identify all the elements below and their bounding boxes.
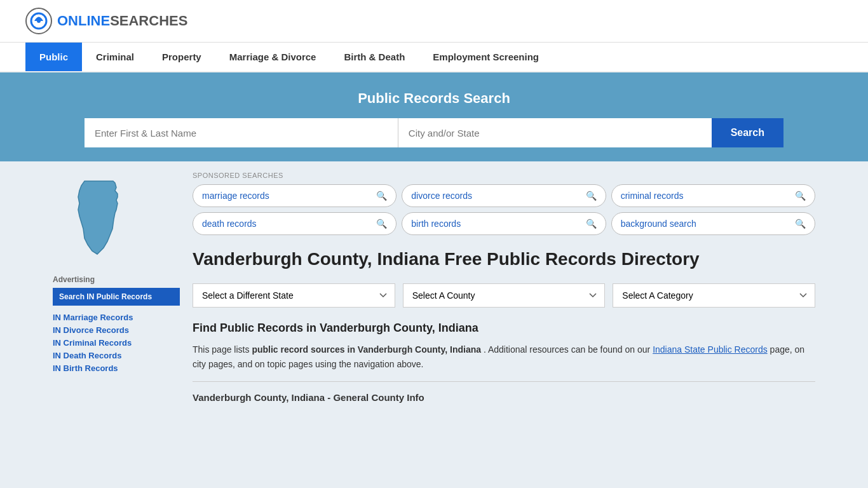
banner-title: Public Records Search bbox=[25, 90, 843, 107]
sponsored-item-0[interactable]: marriage records 🔍 bbox=[193, 184, 397, 207]
nav-item-birth-death[interactable]: Birth & Death bbox=[330, 43, 419, 71]
sponsored-item-3-text: death records bbox=[202, 219, 257, 229]
banner: Public Records Search Search bbox=[0, 72, 868, 161]
sponsored-item-4[interactable]: birth records 🔍 bbox=[402, 212, 606, 235]
nav: Public Criminal Property Marriage & Divo… bbox=[0, 43, 868, 72]
section-heading: Vanderburgh County, Indiana - General Co… bbox=[193, 392, 815, 403]
content: SPONSORED SEARCHES marriage records 🔍 di… bbox=[193, 172, 815, 403]
sidebar-link-criminal[interactable]: IN Criminal Records bbox=[53, 338, 132, 348]
page-title: Vanderburgh County, Indiana Free Public … bbox=[193, 248, 815, 271]
sponsored-grid: marriage records 🔍 divorce records 🔍 cri… bbox=[193, 184, 815, 235]
search-icon-2: 🔍 bbox=[795, 191, 806, 201]
sidebar-links: IN Marriage Records IN Divorce Records I… bbox=[53, 312, 180, 373]
header: ONLINESEARCHES bbox=[0, 0, 868, 43]
search-icon-0: 🔍 bbox=[376, 191, 387, 201]
sponsored-item-4-text: birth records bbox=[411, 219, 461, 229]
sponsored-item-0-text: marriage records bbox=[202, 191, 269, 201]
logo: ONLINESEARCHES bbox=[25, 8, 187, 34]
intro-bold: public record sources in Vanderburgh Cou… bbox=[252, 344, 481, 355]
sidebar-link-marriage[interactable]: IN Marriage Records bbox=[53, 313, 133, 322]
sponsored-item-1-text: divorce records bbox=[411, 191, 472, 201]
nav-item-public[interactable]: Public bbox=[25, 43, 82, 71]
name-input[interactable] bbox=[85, 118, 398, 147]
search-icon-1: 🔍 bbox=[586, 191, 597, 201]
nav-item-criminal[interactable]: Criminal bbox=[82, 43, 148, 71]
state-select[interactable]: Select a Different State Alabama Alaska … bbox=[193, 283, 395, 308]
sidebar-link-divorce[interactable]: IN Divorce Records bbox=[53, 325, 129, 335]
intro-link[interactable]: Indiana State Public Records bbox=[653, 344, 768, 355]
logo-icon bbox=[25, 8, 52, 34]
ad-button[interactable]: Search IN Public Records bbox=[53, 288, 180, 306]
search-icon-3: 🔍 bbox=[376, 219, 387, 229]
sidebar-ad-label: Advertising bbox=[53, 275, 180, 284]
content-divider bbox=[193, 381, 815, 382]
sidebar: Advertising Search IN Public Records IN … bbox=[53, 172, 180, 403]
category-select[interactable]: Select A Category Vital Records Court Re… bbox=[613, 283, 815, 308]
sponsored-item-1[interactable]: divorce records 🔍 bbox=[402, 184, 606, 207]
sidebar-link-death[interactable]: IN Death Records bbox=[53, 351, 121, 360]
dropdowns-row: Select a Different State Alabama Alaska … bbox=[193, 283, 815, 308]
sidebar-link-birth[interactable]: IN Birth Records bbox=[53, 363, 118, 373]
find-heading: Find Public Records in Vanderburgh Count… bbox=[193, 322, 815, 335]
search-button[interactable]: Search bbox=[712, 118, 783, 147]
indiana-map-svg bbox=[59, 178, 135, 261]
nav-item-employment[interactable]: Employment Screening bbox=[419, 43, 553, 71]
sponsored-item-5[interactable]: background search 🔍 bbox=[611, 212, 815, 235]
intro-text-2: . Additional resources can be found on o… bbox=[484, 344, 650, 355]
search-icon-4: 🔍 bbox=[586, 219, 597, 229]
nav-item-property[interactable]: Property bbox=[148, 43, 215, 71]
sponsored-item-2-text: criminal records bbox=[621, 191, 684, 201]
intro-text-1: This page lists bbox=[193, 344, 249, 355]
search-form: Search bbox=[85, 118, 783, 147]
main-wrap: Advertising Search IN Public Records IN … bbox=[40, 161, 828, 413]
sponsored-item-3[interactable]: death records 🔍 bbox=[193, 212, 397, 235]
svg-point-2 bbox=[37, 19, 41, 23]
state-map bbox=[59, 178, 180, 262]
logo-text: ONLINESEARCHES bbox=[57, 13, 187, 29]
intro-paragraph: This page lists public record sources in… bbox=[193, 342, 815, 371]
search-icon-5: 🔍 bbox=[795, 219, 806, 229]
sponsored-item-5-text: background search bbox=[621, 219, 696, 229]
sponsored-label: SPONSORED SEARCHES bbox=[193, 172, 815, 179]
location-input[interactable] bbox=[398, 118, 712, 147]
county-select[interactable]: Select A County Adams Vanderburgh bbox=[403, 283, 606, 308]
nav-item-marriage-divorce[interactable]: Marriage & Divorce bbox=[215, 43, 330, 71]
sponsored-item-2[interactable]: criminal records 🔍 bbox=[611, 184, 815, 207]
